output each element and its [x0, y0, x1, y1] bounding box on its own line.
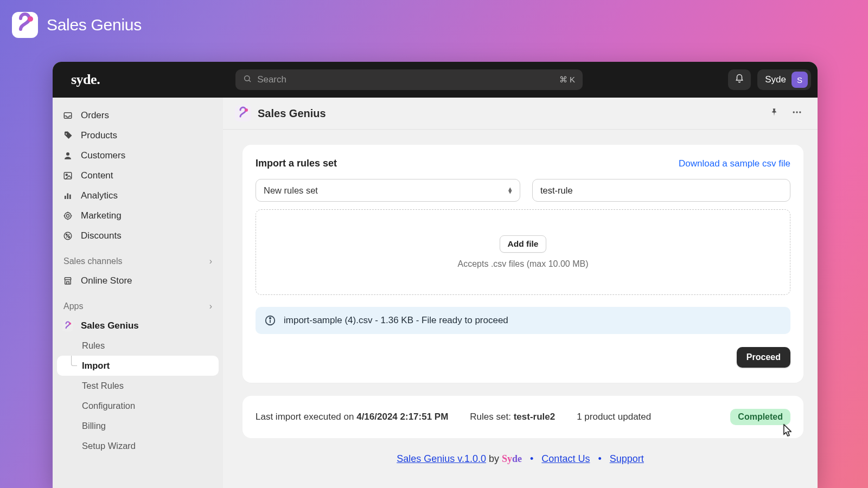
download-sample-link[interactable]: Download a sample csv file [679, 158, 790, 169]
overlay-brand: Sales Genius [11, 11, 142, 39]
overlay-brand-name: Sales Genius [47, 16, 142, 34]
pin-button[interactable] [768, 107, 781, 120]
sidebar-item-online-store[interactable]: Online Store [57, 271, 219, 291]
rules-name-input[interactable] [540, 185, 782, 196]
sidebar-item-customers[interactable]: Customers [57, 145, 219, 165]
add-file-button[interactable]: Add file [500, 235, 547, 253]
svg-rect-7 [64, 172, 72, 179]
svg-point-22 [245, 108, 248, 112]
file-info-banner: import-sample (4).csv - 1.36 KB - File r… [256, 307, 790, 334]
sidebar-app-label: Sales Genius [81, 320, 139, 331]
sidebar-item-label: Rules [82, 341, 105, 351]
sidebar-item-orders[interactable]: Orders [57, 105, 219, 125]
proceed-button[interactable]: Proceed [737, 347, 790, 368]
svg-point-2 [245, 76, 250, 81]
footer-dot: • [530, 453, 533, 464]
footer-version-link[interactable]: Sales Genius v.1.0.0 [397, 453, 486, 464]
svg-point-1 [28, 16, 33, 22]
sidebar-sub-rules[interactable]: Rules [57, 336, 219, 356]
search-shortcut: ⌘ K [559, 75, 575, 85]
rules-set-select[interactable]: New rules set ▴▾ [256, 179, 520, 202]
sidebar-app-salesgenius[interactable]: Sales Genius [57, 316, 219, 336]
notifications-button[interactable] [728, 69, 751, 90]
topbar: syde Search ⌘ K Syde S [53, 62, 818, 98]
sidebar-item-content[interactable]: Content [57, 165, 219, 185]
file-dropzone[interactable]: Add file Accepts .csv files (max 10.00 M… [256, 209, 790, 295]
sidebar: Orders Products Customers Content Analyt… [53, 98, 223, 488]
more-button[interactable] [790, 107, 803, 120]
sidebar-sub-test-rules[interactable]: Test Rules [57, 376, 219, 396]
footer-contact-link[interactable]: Contact Us [541, 453, 590, 464]
svg-point-16 [68, 236, 69, 237]
sidebar-item-label: Online Store [81, 275, 132, 286]
main-content: Sales Genius Import a rules set Download… [223, 98, 818, 488]
section-apps[interactable]: Apps › [57, 297, 219, 316]
last-import-time: Last import executed on 4/16/2024 2:17:5… [256, 412, 448, 422]
rules-name-input-wrapper [532, 179, 790, 202]
footer-dot: • [598, 453, 601, 464]
sidebar-item-analytics[interactable]: Analytics [57, 185, 219, 206]
footer-by: by [489, 453, 502, 464]
svg-point-6 [66, 152, 69, 156]
percent-icon [62, 230, 73, 241]
svg-rect-11 [69, 194, 71, 198]
sales-genius-logo-icon [11, 11, 39, 39]
import-heading: Import a rules set [256, 158, 337, 169]
chevron-right-icon: › [209, 301, 212, 311]
user-icon [62, 150, 73, 161]
svg-rect-10 [67, 193, 69, 199]
sidebar-sub-import[interactable]: Import [57, 356, 219, 376]
sidebar-item-label: Configuration [82, 401, 135, 411]
sidebar-sub-configuration[interactable]: Configuration [57, 396, 219, 416]
account-menu[interactable]: Syde S [757, 69, 811, 90]
svg-point-24 [796, 111, 797, 113]
footer-support-link[interactable]: Support [610, 453, 644, 464]
sidebar-sub-setup-wizard[interactable]: Setup Wizard [57, 436, 219, 456]
dropzone-hint: Accepts .csv files (max 10.00 MB) [458, 259, 589, 269]
svg-point-12 [65, 213, 71, 219]
last-import-card: Last import executed on 4/16/2024 2:17:5… [242, 396, 803, 438]
bars-icon [62, 190, 73, 201]
sidebar-item-marketing[interactable]: Marketing [57, 206, 219, 226]
last-import-rules-set: Rules set: test-rule2 [470, 412, 555, 422]
app-window: syde Search ⌘ K Syde S Orders [53, 62, 818, 488]
svg-point-8 [66, 174, 67, 176]
sidebar-item-label: Products [81, 130, 117, 141]
sidebar-item-label: Customers [81, 150, 125, 161]
page-title: Sales Genius [258, 107, 326, 120]
sales-genius-icon [235, 105, 251, 121]
image-icon [62, 170, 73, 181]
section-label: Sales channels [63, 256, 123, 266]
sidebar-item-label: Import [82, 361, 110, 371]
tag-icon [62, 130, 73, 141]
bell-icon [735, 74, 744, 86]
global-search[interactable]: Search ⌘ K [235, 69, 583, 90]
svg-point-20 [69, 322, 71, 324]
import-card: Import a rules set Download a sample csv… [242, 145, 803, 383]
file-info-text: import-sample (4).csv - 1.36 KB - File r… [284, 315, 508, 326]
syde-wordmark: syde [71, 72, 100, 88]
sidebar-item-label: Test Rules [82, 381, 124, 391]
store-icon [62, 275, 73, 286]
footer-syde-brand: Syde [502, 453, 522, 464]
target-icon [62, 210, 73, 221]
pin-icon [769, 107, 779, 119]
select-value: New rules set [264, 185, 318, 196]
status-badge: Completed [730, 409, 790, 425]
sidebar-item-products[interactable]: Products [57, 125, 219, 145]
search-icon [243, 74, 252, 85]
sidebar-item-label: Analytics [81, 190, 118, 201]
select-chevrons-icon: ▴▾ [508, 187, 512, 194]
footer: Sales Genius v.1.0.0 by Syde • Contact U… [223, 453, 818, 465]
page-header: Sales Genius [223, 98, 818, 130]
svg-rect-9 [65, 196, 66, 199]
chevron-right-icon: › [209, 256, 212, 266]
svg-point-28 [270, 318, 271, 319]
sidebar-sub-billing[interactable]: Billing [57, 416, 219, 436]
section-sales-channels[interactable]: Sales channels › [57, 252, 219, 271]
sidebar-item-label: Discounts [81, 230, 122, 241]
svg-point-25 [799, 111, 801, 113]
sidebar-item-discounts[interactable]: Discounts [57, 226, 219, 246]
svg-point-13 [66, 214, 69, 217]
svg-point-15 [66, 234, 67, 235]
